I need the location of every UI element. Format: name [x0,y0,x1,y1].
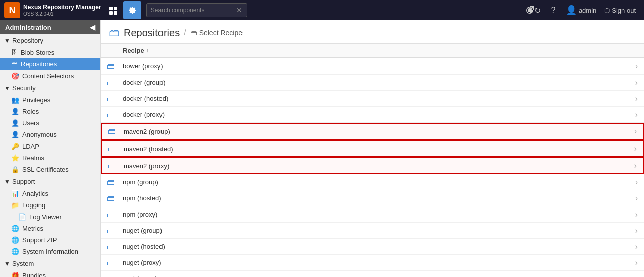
svg-rect-1 [114,7,117,10]
browse-button[interactable] [104,1,122,19]
sidebar-group-security[interactable]: ▼ Security [0,82,100,94]
table-row[interactable]: 🗃 maven2 (hosted) › [101,140,644,157]
row-icon-col: 🗃 [108,127,124,136]
sidebar-group-support[interactable]: ▼ Support [0,175,100,188]
search-clear-button[interactable]: ✕ [236,6,243,14]
row-icon-col: 🗃 [107,210,123,219]
header-recipe-col[interactable]: Recipe ↑ [123,47,638,54]
sidebar-item-bundles[interactable]: 🎁 Bundles [0,270,100,277]
sidebar-item-roles[interactable]: 👤 Roles [0,106,100,117]
sidebar-item-label: Roles [22,108,39,115]
row-name: pypi (group) [123,275,635,277]
breadcrumb-icon: 🗃 [190,29,197,37]
sidebar-item-label: SSL Certificates [22,166,69,173]
svg-rect-3 [114,11,117,15]
recipe-icon: 🗃 [107,274,115,278]
analytics-icon: 📊 [11,190,19,197]
sidebar-item-content-selectors[interactable]: 🎯 Content Selectors [0,70,100,82]
sidebar-item-privileges[interactable]: 👥 Privileges [0,94,100,106]
privileges-icon: 👥 [11,96,19,104]
sidebar-item-ssl-certificates[interactable]: 🔒 SSL Certificates [0,164,100,175]
recipe-icon: 🗃 [108,127,116,136]
sidebar-item-blob-stores[interactable]: 🗄 Blob Stores [0,47,100,58]
sidebar-collapse-button[interactable]: ◀ [90,23,95,31]
system-info-icon: 🌐 [11,248,19,255]
search-box: ✕ [146,3,247,17]
sidebar-item-log-viewer[interactable]: 📄 Log Viewer [0,211,100,223]
recipe-icon: 🗃 [107,78,115,87]
sidebar-item-anonymous[interactable]: 👤 Anonymous [0,129,100,141]
sidebar-item-logging[interactable]: 📁 Logging [0,199,100,211]
sidebar-item-label: Blob Stores [21,49,54,56]
table-row[interactable]: 🗃 docker (proxy) › [101,107,644,123]
row-arrow: › [635,258,638,267]
table-row[interactable]: 🗃 docker (group) › [101,75,644,91]
row-icon-col: 🗃 [107,62,123,71]
collapse-icon: ▼ [4,260,10,267]
support-zip-icon: 🌐 [11,236,19,244]
table-row[interactable]: 🗃 nuget (hosted) › [101,239,644,255]
sidebar-header: Administration ◀ [0,20,100,34]
main-layout: Administration ◀ ▼ Repository 🗄 Blob Sto… [0,20,644,277]
table-row[interactable]: 🗃 nuget (group) › [101,223,644,239]
sidebar-section-support: ▼ Support 📊 Analytics 📁 Logging 📄 Log Vi… [0,175,100,257]
recipe-col-label: Recipe [123,47,144,54]
row-name: npm (hosted) [123,194,635,202]
row-icon-col: 🗃 [108,144,124,153]
table-row[interactable]: 🗃 npm (proxy) › [101,206,644,223]
sidebar-group-repository[interactable]: ▼ Repository [0,34,100,47]
settings-button[interactable] [123,1,141,19]
refresh-button[interactable]: ↻ [525,2,541,18]
signout-label: Sign out [612,7,636,14]
table-body: 🗃 bower (proxy) › 🗃 docker (group) › 🗃 d… [101,58,644,277]
sidebar-item-label: Logging [22,201,45,209]
row-arrow: › [635,226,638,235]
app-subtitle: OSS 3.2.0-01 [23,11,101,17]
user-menu[interactable]: 👤 admin [566,5,596,16]
sidebar-item-metrics[interactable]: 🌐 Metrics [0,223,100,234]
table-row[interactable]: 🗃 npm (hosted) › [101,190,644,206]
table-row[interactable]: 🗃 docker (hosted) › [101,91,644,107]
topnav: N Nexus Repository Manager OSS 3.2.0-01 … [0,0,644,20]
logo-icon: N [4,2,20,18]
log-viewer-icon: 📄 [18,213,26,221]
users-icon: 👤 [11,119,19,127]
sidebar-item-repositories[interactable]: 🗃 Repositories [0,58,100,70]
recipe-icon: 🗃 [108,161,116,170]
recipe-icon: 🗃 [108,144,116,153]
anonymous-icon: 👤 [11,131,19,138]
app-logo: N Nexus Repository Manager OSS 3.2.0-01 [4,2,101,18]
recipe-icon: 🗃 [107,226,115,235]
search-input[interactable] [151,7,236,14]
table-row[interactable]: 🗃 bower (proxy) › [101,58,644,75]
row-icon-col: 🗃 [107,94,123,103]
row-arrow: › [635,178,638,187]
row-name: docker (group) [123,79,635,86]
row-arrow: › [635,110,638,119]
group-label: Security [12,84,36,92]
table-row[interactable]: 🗃 nuget (proxy) › [101,255,644,271]
table-row[interactable]: 🗃 npm (group) › [101,174,644,190]
signout-button[interactable]: ⬡ Sign out [600,5,640,16]
table-row[interactable]: 🗃 maven2 (group) › [101,123,644,140]
row-icon-col: 🗃 [107,110,123,119]
sidebar-item-users[interactable]: 👤 Users [0,117,100,129]
row-icon-col: 🗃 [107,258,123,267]
sidebar-title: Administration [5,24,51,31]
ssl-icon: 🔒 [11,166,19,173]
row-name: nuget (group) [123,227,635,234]
sidebar-item-support-zip[interactable]: 🌐 Support ZIP [0,234,100,246]
page-title: Repositories [124,27,180,39]
sidebar-group-system[interactable]: ▼ System [0,257,100,270]
recipe-icon: 🗃 [107,258,115,267]
collapse-icon: ▼ [4,85,10,92]
table-row[interactable]: 🗃 maven2 (proxy) › [101,157,644,174]
table-row[interactable]: 🗃 pypi (group) › [101,271,644,277]
help-button[interactable]: ? [545,2,561,18]
sidebar-item-ldap[interactable]: 🔑 LDAP [0,141,100,152]
logo-text: Nexus Repository Manager OSS 3.2.0-01 [23,4,101,16]
sidebar-item-analytics[interactable]: 📊 Analytics [0,188,100,199]
sidebar-item-system-information[interactable]: 🌐 System Information [0,246,100,257]
sidebar-item-realms[interactable]: ⭐ Realms [0,152,100,164]
content-selectors-icon: 🎯 [11,72,19,80]
